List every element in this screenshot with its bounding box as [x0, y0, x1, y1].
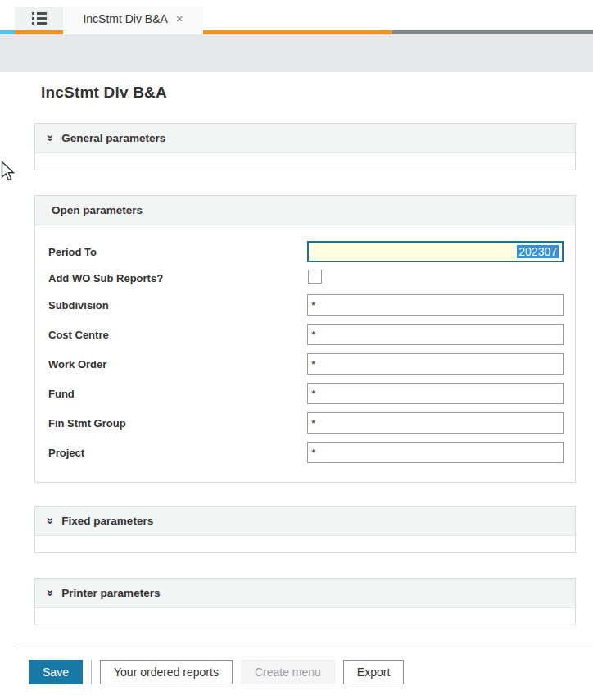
- field-label-cost-centre: Cost Centre: [48, 329, 307, 341]
- workspace-background: [0, 34, 593, 72]
- stripe-segment-4: [392, 30, 593, 34]
- field-row-cost-centre: Cost Centre*: [48, 324, 564, 345]
- section-printer-parameters: » Printer parameters: [34, 578, 576, 625]
- section-body-general: [35, 153, 575, 170]
- field-control: *: [307, 294, 564, 316]
- section-general-parameters: » General parameters: [34, 123, 576, 170]
- report-form-panel: IncStmt Div B&A » General parameters Ope…: [15, 84, 593, 700]
- parameter-fields: Period To202307Add WO Sub Reports?Subdiv…: [35, 225, 575, 482]
- section-title: General parameters: [61, 132, 165, 144]
- field-control: 202307: [307, 241, 564, 262]
- field-label-project: Project: [48, 447, 307, 459]
- field-control: *: [307, 324, 564, 345]
- button-separator: [91, 660, 92, 684]
- field-label-subdivision: Subdivision: [48, 299, 307, 311]
- stripe-segment-0: [0, 30, 15, 34]
- tab-label: IncStmt Div B&A: [83, 12, 167, 25]
- close-icon[interactable]: ×: [176, 12, 183, 25]
- input-value: *: [311, 417, 315, 430]
- menu-tab[interactable]: [15, 7, 63, 30]
- stripe-segment-2: [63, 30, 203, 34]
- page-title: IncStmt Div B&A: [41, 84, 576, 102]
- fund-input[interactable]: *: [307, 383, 564, 404]
- field-row-subdivision: Subdivision*: [48, 294, 564, 316]
- input-value: *: [311, 358, 315, 370]
- your-ordered-reports-button[interactable]: Your ordered reports: [100, 660, 233, 684]
- section-title: Printer parameters: [61, 587, 160, 599]
- field-row-project: Project*: [48, 442, 564, 463]
- accent-stripe: [0, 30, 593, 34]
- section-body-fixed: [35, 536, 575, 552]
- save-button[interactable]: Save: [29, 660, 83, 684]
- footer-divider: [15, 648, 593, 648]
- field-row-fin-stmt-group: Fin Stmt Group*: [48, 412, 564, 434]
- input-value: *: [311, 329, 315, 341]
- section-body-open: Period To202307Add WO Sub Reports?Subdiv…: [35, 225, 575, 482]
- add-wo-sub-reports-checkbox[interactable]: [308, 270, 322, 284]
- period-to-input[interactable]: 202307: [307, 241, 564, 262]
- collapse-chevron-icon: »: [45, 134, 57, 141]
- field-control: *: [307, 412, 564, 434]
- work-order-input[interactable]: *: [307, 353, 564, 375]
- section-title: Fixed parameters: [61, 515, 153, 527]
- subdivision-input[interactable]: *: [307, 294, 564, 316]
- tab-bar: IncStmt Div B&A ×: [0, 0, 593, 30]
- field-control: *: [307, 442, 564, 463]
- section-header-open-parameters: Open parameters: [35, 196, 575, 225]
- collapse-chevron-icon: »: [45, 517, 57, 524]
- input-value: *: [311, 388, 315, 400]
- field-row-period-to: Period To202307: [48, 241, 564, 262]
- stripe-segment-3: [203, 30, 392, 34]
- section-header-printer-parameters[interactable]: » Printer parameters: [35, 579, 575, 608]
- list-menu-icon: [32, 12, 47, 25]
- field-label-add-wo-sub-reports: Add WO Sub Reports?: [48, 272, 308, 284]
- field-row-fund: Fund*: [48, 383, 564, 404]
- tab-incstmt-div-ba[interactable]: IncStmt Div B&A ×: [63, 7, 203, 30]
- cost-centre-input[interactable]: *: [307, 324, 564, 345]
- section-fixed-parameters: » Fixed parameters: [34, 506, 576, 553]
- action-button-row: SaveYour ordered reportsCreate menuExpor…: [29, 660, 576, 684]
- field-control: *: [307, 353, 564, 375]
- field-label-period-to: Period To: [48, 246, 307, 258]
- field-label-work-order: Work Order: [48, 358, 307, 370]
- export-button[interactable]: Export: [343, 660, 404, 684]
- collapse-chevron-icon: »: [45, 589, 57, 596]
- input-value: *: [311, 299, 315, 311]
- field-label-fund: Fund: [48, 388, 307, 400]
- mouse-cursor: [1, 161, 16, 183]
- field-label-fin-stmt-group: Fin Stmt Group: [48, 417, 307, 430]
- section-body-printer: [35, 608, 575, 625]
- create-menu-button: Create menu: [241, 660, 335, 684]
- field-control: *: [307, 383, 564, 404]
- project-input[interactable]: *: [307, 442, 564, 463]
- fin-stmt-group-input[interactable]: *: [307, 412, 564, 434]
- section-header-fixed-parameters[interactable]: » Fixed parameters: [35, 507, 575, 536]
- field-row-work-order: Work Order*: [48, 353, 564, 375]
- section-header-general-parameters[interactable]: » General parameters: [35, 124, 575, 153]
- field-row-add-wo-sub-reports: Add WO Sub Reports?: [48, 270, 564, 285]
- section-open-parameters: Open parameters Period To202307Add WO Su…: [34, 195, 576, 483]
- stripe-segment-1: [15, 30, 63, 34]
- field-control: [308, 270, 564, 287]
- section-title: Open parameters: [52, 204, 143, 216]
- input-value: *: [311, 447, 315, 459]
- input-value: 202307: [517, 245, 559, 258]
